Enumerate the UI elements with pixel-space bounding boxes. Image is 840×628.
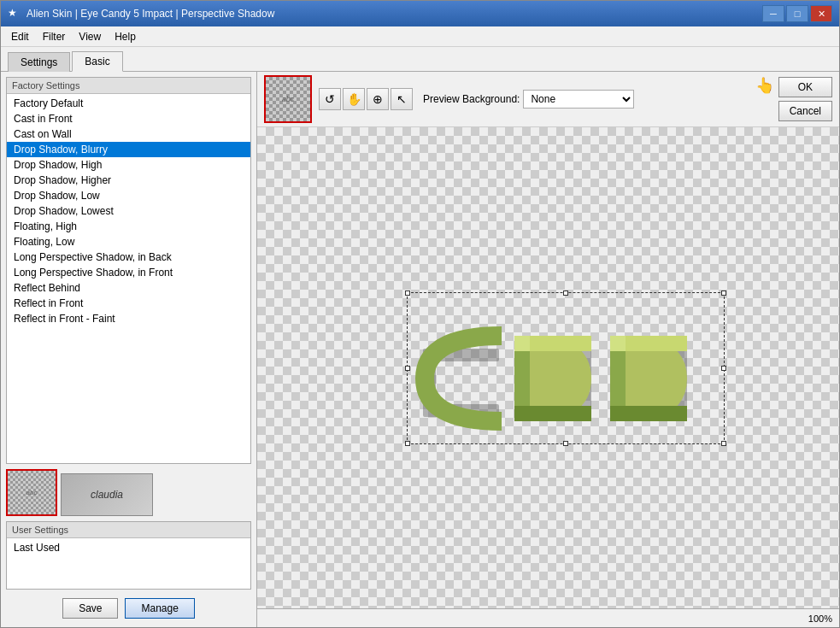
right-panel: abc ↺ ✋ ⊕ ↖ Preview Background: None Whi…	[257, 72, 839, 627]
list-item-drop-shadow-lowest[interactable]: Drop Shadow, Lowest	[7, 203, 250, 219]
bottom-buttons: Save Manage	[6, 595, 251, 622]
preview-thumbnail: abc	[264, 75, 312, 123]
maximize-button[interactable]: □	[786, 5, 808, 22]
svg-rect-16	[610, 406, 687, 421]
status-bar: 100%	[257, 608, 839, 627]
title-bar: ★ Alien Skin | Eye Candy 5 Impact | Pers…	[1, 1, 839, 26]
menu-edit[interactable]: Edit	[4, 29, 36, 44]
title-bar-left: ★ Alien Skin | Eye Candy 5 Impact | Pers…	[8, 7, 274, 21]
select-tool-button[interactable]: ↖	[391, 88, 413, 110]
svg-rect-18	[610, 336, 626, 351]
menu-help[interactable]: Help	[108, 29, 143, 44]
ok-cancel-area: OK Cancel	[778, 77, 832, 121]
menu-filter[interactable]: Filter	[36, 29, 73, 44]
ok-button[interactable]: OK	[778, 77, 832, 97]
handle-mid-left[interactable]	[405, 366, 410, 371]
menu-view[interactable]: View	[72, 29, 108, 44]
list-item-long-perspective-front[interactable]: Long Perspective Shadow, in Front	[7, 265, 250, 280]
preview-area	[257, 127, 839, 608]
factory-settings-group: Factory Settings Factory Default Cast in…	[6, 77, 251, 464]
content-area: Factory Settings Factory Default Cast in…	[1, 72, 839, 627]
list-item-drop-shadow-low[interactable]: Drop Shadow, Low	[7, 188, 250, 203]
window-title: Alien Skin | Eye Candy 5 Impact | Perspe…	[26, 8, 274, 20]
cancel-button[interactable]: Cancel	[778, 101, 832, 121]
title-controls: ─ □ ✕	[762, 5, 832, 22]
list-item-floating-low[interactable]: Floating, Low	[7, 234, 250, 249]
list-item-cast-on-wall[interactable]: Cast on Wall	[7, 126, 250, 142]
list-item-long-perspective-back[interactable]: Long Perspective Shadow, in Back	[7, 249, 250, 265]
thumbnail-1: abc	[6, 469, 57, 516]
list-item-reflect-in-front[interactable]: Reflect in Front	[7, 296, 250, 311]
minimize-button[interactable]: ─	[762, 5, 784, 22]
handle-top-left[interactable]	[405, 291, 410, 296]
preview-selection	[407, 292, 725, 444]
pan-tool-button[interactable]: ✋	[343, 88, 365, 110]
preview-bg-select[interactable]: None White Black Gray	[523, 90, 634, 109]
factory-settings-title: Factory Settings	[7, 78, 250, 94]
svg-rect-13	[514, 406, 591, 421]
thumbnail-2: claudia	[61, 473, 153, 516]
preview-image-container	[407, 292, 725, 444]
list-item-cast-in-front[interactable]: Cast in Front	[7, 111, 250, 126]
tool-buttons: ↺ ✋ ⊕ ↖	[319, 88, 413, 110]
zoom-level: 100%	[808, 613, 832, 624]
tabs-bar: Settings Basic	[1, 47, 839, 72]
handle-mid-right[interactable]	[721, 366, 726, 371]
factory-settings-list: Factory Default Cast in Front Cast on Wa…	[7, 94, 250, 463]
handle-top-right[interactable]	[721, 291, 726, 296]
main-window: ★ Alien Skin | Eye Candy 5 Impact | Pers…	[0, 0, 840, 628]
list-item-floating-high[interactable]: Floating, High	[7, 219, 250, 234]
list-item-drop-shadow-higher[interactable]: Drop Shadow, Higher	[7, 173, 250, 188]
settings-list-container: Factory Default Cast in Front Cast on Wa…	[7, 94, 250, 463]
list-item-reflect-in-front-faint[interactable]: Reflect in Front - Faint	[7, 311, 250, 326]
thumbnail-area: abc claudia	[6, 469, 251, 516]
save-button[interactable]: Save	[62, 598, 118, 619]
refresh-tool-button[interactable]: ↺	[319, 88, 341, 110]
handle-bottom-right[interactable]	[721, 441, 726, 446]
list-item-factory-default[interactable]: Factory Default	[7, 96, 250, 111]
tab-settings[interactable]: Settings	[8, 52, 70, 72]
list-item-reflect-behind[interactable]: Reflect Behind	[7, 280, 250, 296]
handle-bottom-left[interactable]	[405, 441, 410, 446]
preview-toolbar: abc ↺ ✋ ⊕ ↖ Preview Background: None Whi…	[257, 72, 839, 127]
svg-rect-17	[514, 336, 530, 351]
menu-bar: Edit Filter View Help	[1, 26, 839, 47]
preview-svg	[408, 293, 725, 445]
user-settings-group: User Settings Last Used	[6, 521, 251, 590]
tab-basic[interactable]: Basic	[72, 51, 122, 72]
user-settings-title: User Settings	[7, 522, 250, 538]
left-panel: Factory Settings Factory Default Cast in…	[1, 72, 257, 627]
handle-bottom-mid[interactable]	[563, 441, 568, 446]
zoom-tool-button[interactable]: ⊕	[367, 88, 389, 110]
handle-top-mid[interactable]	[563, 291, 568, 296]
close-button[interactable]: ✕	[810, 5, 832, 22]
list-item-last-used[interactable]: Last Used	[7, 540, 250, 555]
app-icon: ★	[8, 7, 21, 21]
user-settings-list: Last Used	[7, 538, 250, 557]
list-item-drop-shadow-high[interactable]: Drop Shadow, High	[7, 157, 250, 173]
manage-button[interactable]: Manage	[125, 598, 194, 619]
list-item-drop-shadow-blurry[interactable]: Drop Shadow, Blurry 👈	[7, 142, 250, 157]
thumb-content: abc	[266, 77, 310, 121]
preview-bg-label: Preview Background:	[423, 93, 520, 105]
